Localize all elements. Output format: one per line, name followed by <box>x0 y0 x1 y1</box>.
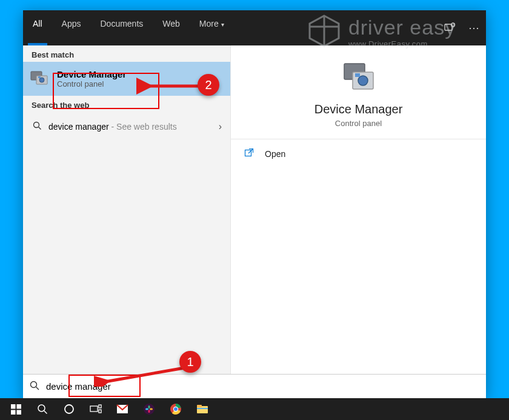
taskbar-search-icon[interactable] <box>29 398 56 420</box>
chevron-down-icon: ▾ <box>221 21 224 28</box>
device-manager-icon <box>342 62 376 94</box>
svg-rect-35 <box>148 405 150 408</box>
web-result-text: device manager - See web results <box>48 122 213 132</box>
details-pane: Device Manager Control panel Open <box>231 45 486 385</box>
result-title: Device Manager <box>57 69 126 79</box>
open-icon <box>244 148 255 159</box>
more-icon[interactable]: ⋯ <box>462 10 486 45</box>
task-view-icon[interactable] <box>82 398 109 420</box>
svg-rect-21 <box>11 404 16 409</box>
svg-line-7 <box>38 127 41 130</box>
taskbar-app-chrome[interactable] <box>162 398 189 420</box>
svg-point-6 <box>33 122 39 128</box>
tab-label: All <box>33 19 42 28</box>
device-manager-icon <box>30 70 48 88</box>
search-web-label: Search the web <box>23 96 230 112</box>
svg-rect-34 <box>150 408 153 410</box>
action-label: Open <box>265 149 285 159</box>
taskbar <box>0 398 509 420</box>
tab-label: Apps <box>62 19 81 28</box>
svg-rect-11 <box>355 73 360 77</box>
svg-rect-22 <box>16 404 21 409</box>
search-icon <box>32 121 42 132</box>
svg-rect-36 <box>148 410 150 413</box>
svg-rect-33 <box>145 408 148 410</box>
web-result[interactable]: device manager - See web results › <box>23 112 230 141</box>
search-header: All Apps Documents Web More▾ ⋯ <box>23 10 486 45</box>
annotation-step-1: 1 <box>179 351 201 373</box>
svg-rect-42 <box>197 408 208 409</box>
tab-more[interactable]: More▾ <box>190 10 234 45</box>
search-bar[interactable] <box>23 374 486 398</box>
svg-line-15 <box>36 387 39 390</box>
tab-label: Web <box>162 19 180 28</box>
taskbar-app-slack[interactable] <box>136 398 162 420</box>
details-subtitle: Control panel <box>335 119 382 128</box>
search-input[interactable] <box>46 381 486 392</box>
annotation-step-2: 2 <box>198 74 219 96</box>
svg-point-27 <box>65 405 73 413</box>
tab-label: More <box>199 19 219 28</box>
svg-point-39 <box>174 407 178 411</box>
best-match-label: Best match <box>23 45 230 62</box>
svg-rect-23 <box>11 410 16 415</box>
svg-rect-30 <box>99 410 101 413</box>
start-button[interactable] <box>2 398 29 420</box>
svg-line-26 <box>44 411 47 414</box>
details-title: Device Manager <box>314 102 403 116</box>
tab-web[interactable]: Web <box>153 10 190 45</box>
svg-rect-41 <box>197 405 202 407</box>
search-icon <box>23 381 46 392</box>
tab-apps[interactable]: Apps <box>52 10 91 45</box>
action-open[interactable]: Open <box>231 139 486 168</box>
taskbar-app-explorer[interactable] <box>189 398 216 420</box>
tab-documents[interactable]: Documents <box>90 10 153 45</box>
tab-all[interactable]: All <box>23 10 52 45</box>
results-pane: Best match Device Manager Control panel … <box>23 45 231 385</box>
filter-tabs: All Apps Documents Web More▾ <box>23 10 234 45</box>
svg-point-10 <box>358 76 368 85</box>
cortana-icon[interactable] <box>56 398 82 420</box>
result-subtitle: Control panel <box>57 79 126 88</box>
svg-point-14 <box>31 382 37 388</box>
svg-rect-12 <box>245 150 251 156</box>
svg-point-4 <box>39 78 44 82</box>
chevron-right-icon: › <box>219 121 222 132</box>
svg-point-32 <box>144 404 155 415</box>
svg-rect-24 <box>16 410 21 415</box>
taskbar-app-gmail[interactable] <box>109 398 136 420</box>
tab-label: Documents <box>100 19 143 28</box>
feedback-icon[interactable] <box>437 10 462 45</box>
svg-rect-29 <box>99 405 101 408</box>
svg-rect-5 <box>38 76 41 78</box>
svg-rect-28 <box>90 406 98 412</box>
svg-point-25 <box>38 405 45 412</box>
